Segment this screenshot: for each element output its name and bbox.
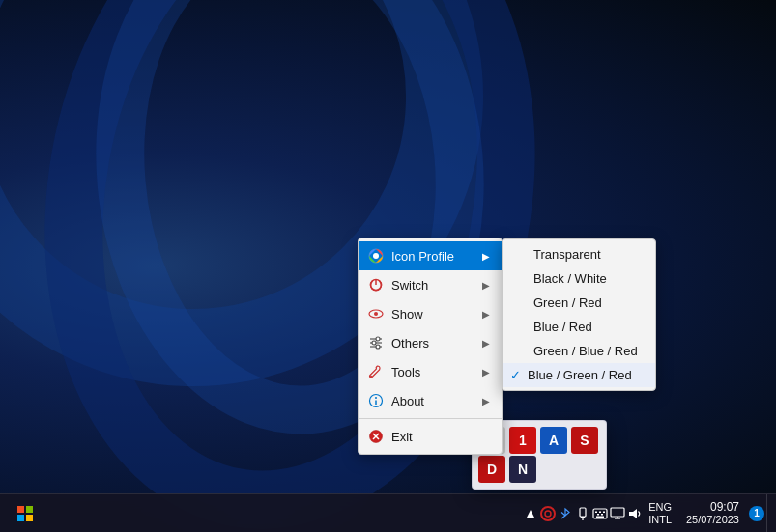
datetime-display[interactable]: 09:07 25/07/2023 — [677, 500, 745, 527]
time-display: 09:07 — [710, 500, 739, 514]
svg-point-1 — [373, 253, 379, 259]
switch-arrow: ▶ — [482, 280, 490, 291]
taskbar: ENG INTL 09:07 25/07/2023 1 — [0, 493, 776, 532]
menu-item-switch-label: Switch — [391, 278, 474, 293]
app-tray-a[interactable]: A — [540, 427, 567, 454]
submenu-green-blue-red[interactable]: Green / Blue / Red — [503, 339, 655, 363]
submenu-green-red-label: Green / Red — [533, 295, 602, 310]
about-icon — [366, 391, 386, 410]
svg-rect-29 — [581, 517, 585, 518]
menu-item-others-label: Others — [391, 336, 474, 350]
tray-app-icon[interactable] — [540, 506, 556, 521]
menu-item-icon-profile[interactable]: Icon Profile ▶ Transparent Black / White… — [359, 241, 502, 270]
monitor-icon[interactable] — [610, 506, 625, 521]
menu-item-show[interactable]: Show ▶ — [359, 299, 502, 328]
menu-item-others[interactable]: Others ▶ — [359, 328, 502, 357]
menu-item-exit[interactable]: Exit — [359, 422, 502, 451]
menu-item-exit-label: Exit — [391, 430, 490, 444]
svg-point-9 — [376, 337, 380, 341]
submenu-blue-green-red-label: Blue / Green / Red — [528, 368, 632, 382]
volume-icon[interactable] — [627, 506, 643, 521]
icon-profile-icon — [366, 246, 386, 266]
notification-badge[interactable]: 1 — [749, 506, 764, 521]
svg-rect-36 — [601, 514, 603, 516]
tray-expand-button[interactable] — [523, 506, 538, 521]
about-arrow: ▶ — [482, 396, 490, 406]
submenu-blue-red-label: Blue / Red — [533, 320, 592, 334]
submenu-blue-green-red[interactable]: ✓ Blue / Green / Red — [503, 363, 655, 387]
menu-item-about-label: About — [391, 394, 474, 408]
submenu-black-white-label: Black / White — [533, 271, 607, 286]
others-icon — [366, 333, 386, 352]
svg-point-14 — [375, 397, 377, 399]
taskbar-left — [0, 496, 43, 531]
taskbar-right: ENG INTL 09:07 25/07/2023 1 — [523, 494, 776, 532]
svg-rect-20 — [26, 506, 33, 513]
svg-rect-37 — [596, 516, 604, 518]
switch-icon — [366, 275, 386, 294]
language-region: INTL — [648, 514, 672, 525]
tools-arrow: ▶ — [482, 367, 490, 378]
app-tray-d[interactable]: D — [478, 456, 505, 483]
menu-item-icon-profile-label: Icon Profile — [391, 249, 474, 264]
app-tray-1[interactable]: 1 — [509, 427, 536, 454]
svg-line-27 — [561, 516, 565, 518]
submenu-transparent-label: Transparent — [533, 247, 601, 262]
submenu-transparent[interactable]: Transparent — [503, 242, 655, 266]
others-arrow: ▶ — [482, 338, 490, 349]
system-tray: ENG INTL 09:07 25/07/2023 1 — [523, 494, 772, 532]
usb-icon[interactable] — [575, 506, 590, 521]
svg-point-5 — [374, 312, 378, 316]
submenu-green-red[interactable]: Green / Red — [503, 291, 655, 315]
svg-rect-22 — [26, 515, 33, 521]
submenu-green-blue-red-label: Green / Blue / Red — [533, 344, 638, 358]
icon-profile-arrow: ▶ — [482, 251, 490, 262]
svg-point-11 — [376, 345, 380, 349]
blue-green-red-check: ✓ — [506, 368, 524, 382]
svg-point-10 — [372, 341, 376, 345]
svg-rect-38 — [611, 508, 624, 517]
svg-marker-23 — [527, 510, 534, 518]
show-arrow: ▶ — [482, 309, 490, 320]
svg-rect-35 — [597, 514, 599, 516]
svg-rect-32 — [595, 511, 597, 513]
show-desktop-button[interactable] — [766, 494, 772, 532]
svg-rect-33 — [599, 511, 601, 513]
date-display: 25/07/2023 — [686, 514, 739, 526]
context-menu: Icon Profile ▶ Transparent Black / White… — [358, 238, 503, 455]
app-tray-n[interactable]: N — [509, 456, 536, 483]
svg-point-25 — [545, 511, 551, 517]
svg-point-24 — [541, 507, 555, 520]
exit-icon — [366, 427, 386, 446]
menu-item-tools-label: Tools — [391, 365, 474, 379]
submenu-black-white[interactable]: Black / White — [503, 266, 655, 291]
svg-point-12 — [370, 376, 372, 378]
menu-separator — [359, 418, 502, 419]
app-tray-s[interactable]: S — [571, 427, 598, 454]
svg-rect-21 — [17, 515, 24, 521]
keyboard-tray-icon[interactable] — [592, 506, 608, 521]
menu-item-about[interactable]: About ▶ — [359, 386, 502, 415]
svg-rect-28 — [580, 508, 586, 517]
bluetooth-icon[interactable] — [558, 506, 573, 521]
svg-rect-34 — [603, 511, 605, 513]
icon-profile-submenu: Transparent Black / White Green / Red Bl… — [502, 238, 656, 391]
start-button[interactable] — [8, 496, 43, 531]
tools-icon — [366, 362, 386, 381]
language-indicator[interactable]: ENG INTL — [645, 501, 675, 524]
submenu-blue-red[interactable]: Blue / Red — [503, 315, 655, 339]
svg-marker-41 — [629, 509, 637, 518]
menu-item-show-label: Show — [391, 307, 474, 322]
menu-item-switch[interactable]: Switch ▶ — [359, 270, 502, 299]
svg-rect-19 — [17, 506, 24, 513]
language-code: ENG — [648, 501, 672, 513]
show-icon — [366, 304, 386, 323]
menu-item-tools[interactable]: Tools ▶ — [359, 357, 502, 386]
